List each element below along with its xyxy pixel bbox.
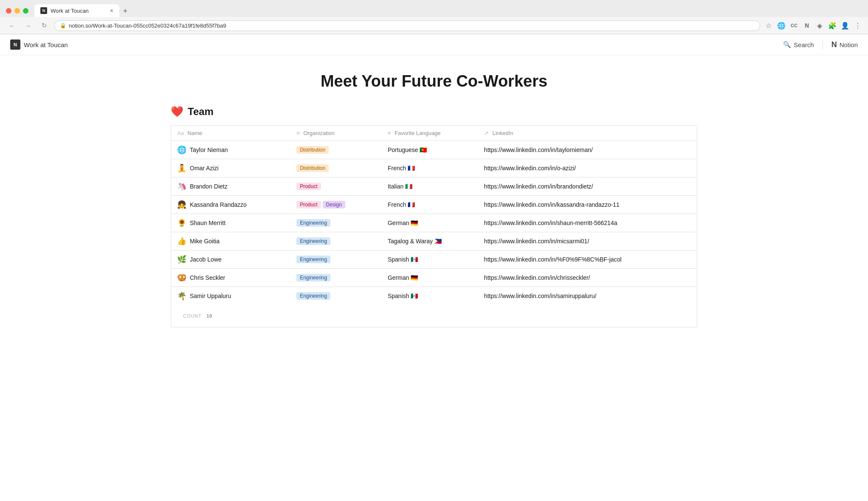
notion-button[interactable]: N Notion xyxy=(831,40,858,49)
table-row: 🌐Taylor NiemanDistributionPortuguese 🇵🇹h… xyxy=(171,141,697,159)
site-logo[interactable]: N Work at Toucan xyxy=(10,39,68,50)
star-icon[interactable]: ☆ xyxy=(764,21,773,30)
linkedin-link[interactable]: https://www.linkedin.com/in/brandondietz… xyxy=(484,183,645,190)
cell-linkedin[interactable]: https://www.linkedin.com/in/shaun-merrit… xyxy=(478,214,697,232)
linkedin-link[interactable]: https://www.linkedin.com/in/micsarmi01/ xyxy=(484,238,645,245)
notion-icon: N xyxy=(831,40,837,49)
browser-chrome: N Work at Toucan × + ← → ↻ 🔒 notion.so/W… xyxy=(0,0,868,34)
linkedin-col-icon: ↗ xyxy=(484,130,489,136)
cell-name: 🦄Brandon Dietz xyxy=(171,177,291,196)
org-tag: Distribution xyxy=(296,164,329,172)
notion-extension-icon[interactable]: N xyxy=(803,21,811,30)
linkedin-link[interactable]: https://www.linkedin.com/in/o-azizi/ xyxy=(484,165,645,172)
cell-linkedin[interactable]: https://www.linkedin.com/in/kassandra-ra… xyxy=(478,196,697,214)
traffic-light-close[interactable] xyxy=(6,8,11,14)
refresh-button[interactable]: ↻ xyxy=(38,20,50,31)
new-tab-button[interactable]: + xyxy=(119,5,131,17)
back-button[interactable]: ← xyxy=(6,20,18,31)
person-name: Chris Seckler xyxy=(190,274,225,281)
cc-extension-icon[interactable]: CC xyxy=(790,21,798,30)
person-emoji: 👧 xyxy=(177,200,186,209)
title-bar: N Work at Toucan × + xyxy=(0,0,868,17)
table-row: 🌿Jacob LoweEngineeringSpanish 🇲🇽https://… xyxy=(171,250,697,269)
cell-linkedin[interactable]: https://www.linkedin.com/in/chrisseckler… xyxy=(478,269,697,287)
cell-linkedin[interactable]: https://www.linkedin.com/in/samiruppalur… xyxy=(478,287,697,305)
col-linkedin-label: LinkedIn xyxy=(492,130,513,136)
cell-linkedin[interactable]: https://www.linkedin.com/in/taylornieman… xyxy=(478,141,697,159)
forward-button[interactable]: → xyxy=(22,20,34,31)
name-col-icon: Aa xyxy=(177,130,184,136)
cell-org: Engineering xyxy=(290,232,382,250)
table-row: 🧘Omar AziziDistributionFrench 🇫🇷https://… xyxy=(171,159,697,177)
globe-extension-icon[interactable]: 🌐 xyxy=(777,21,786,30)
header-divider xyxy=(823,40,823,49)
person-name: Omar Azizi xyxy=(190,165,219,172)
person-emoji: 🦄 xyxy=(177,182,186,191)
traffic-light-minimize[interactable] xyxy=(14,8,20,14)
cell-name: 🥨Chris Seckler xyxy=(171,269,291,287)
person-name: Taylor Nieman xyxy=(190,146,228,153)
cell-name: 🌴Samir Uppaluru xyxy=(171,287,291,305)
browser-tab[interactable]: N Work at Toucan × xyxy=(34,4,119,17)
person-emoji: 🥨 xyxy=(177,273,186,282)
table-row: 👧Kassandra RandazzoProductDesignFrench 🇫… xyxy=(171,196,697,214)
search-label: Search xyxy=(794,41,814,48)
person-emoji: 🌻 xyxy=(177,218,186,228)
org-tag: Engineering xyxy=(296,256,330,263)
cell-org: Distribution xyxy=(290,159,382,177)
section-heading: ❤️ Team xyxy=(171,106,697,118)
puzzle-extension-icon[interactable]: 🧩 xyxy=(828,21,837,30)
col-name-label: Name xyxy=(188,130,203,136)
cell-name: 👍Mike Goitia xyxy=(171,232,291,250)
person-emoji: 🌐 xyxy=(177,145,186,155)
cell-linkedin[interactable]: https://www.linkedin.com/in/brandondietz… xyxy=(478,177,697,196)
cell-language: German 🇩🇪 xyxy=(382,214,478,232)
cell-language: French 🇫🇷 xyxy=(382,159,478,177)
linkedin-link[interactable]: https://www.linkedin.com/in/kassandra-ra… xyxy=(484,201,645,208)
search-button[interactable]: 🔍 Search xyxy=(783,41,814,48)
header-actions: 🔍 Search N Notion xyxy=(783,40,858,49)
col-header-linkedin: ↗ LinkedIn xyxy=(478,126,697,141)
tab-close-button[interactable]: × xyxy=(110,7,113,14)
cell-linkedin[interactable]: https://www.linkedin.com/in/%F0%9F%8C%BF… xyxy=(478,250,697,269)
linkedin-link[interactable]: https://www.linkedin.com/in/%F0%9F%8C%BF… xyxy=(484,256,645,263)
traffic-light-maximize[interactable] xyxy=(23,8,28,14)
person-name: Kassandra Randazzo xyxy=(190,201,247,208)
org-tag: Engineering xyxy=(296,237,330,245)
linkedin-link[interactable]: https://www.linkedin.com/in/chrisseckler… xyxy=(484,274,645,281)
tab-title: Work at Toucan xyxy=(51,8,89,14)
table-row: 🌻Shaun MerrittEngineeringGerman 🇩🇪https:… xyxy=(171,214,697,232)
cell-name: 🌿Jacob Lowe xyxy=(171,250,291,269)
count-value: 10 xyxy=(206,313,212,318)
site-title: Work at Toucan xyxy=(24,41,68,48)
cell-language: French 🇫🇷 xyxy=(382,196,478,214)
linkedin-link[interactable]: https://www.linkedin.com/in/taylornieman… xyxy=(484,146,645,153)
address-bar[interactable]: 🔒 notion.so/Work-at-Toucan-055cc052e0324… xyxy=(54,20,760,31)
nav-extensions: ☆ 🌐 CC N ◈ 🧩 👤 ⋮ xyxy=(764,21,862,30)
org-tag: Product xyxy=(296,201,321,208)
user-extension-icon[interactable]: 👤 xyxy=(841,21,849,30)
more-button[interactable]: ⋮ xyxy=(854,21,862,30)
cell-org: Distribution xyxy=(290,141,382,159)
cell-linkedin[interactable]: https://www.linkedin.com/in/micsarmi01/ xyxy=(478,232,697,250)
table-row: 🥨Chris SecklerEngineeringGerman 🇩🇪https:… xyxy=(171,269,697,287)
team-table: Aa Name ≡ Organization ≡ Favorite Langua… xyxy=(171,125,697,327)
linkedin-link[interactable]: https://www.linkedin.com/in/samiruppalur… xyxy=(484,293,645,299)
cell-linkedin[interactable]: https://www.linkedin.com/in/o-azizi/ xyxy=(478,159,697,177)
page-title: Meet Your Future Co-Workers xyxy=(171,72,697,90)
table-header-row: Aa Name ≡ Organization ≡ Favorite Langua… xyxy=(171,126,697,141)
cell-name: 🌻Shaun Merritt xyxy=(171,214,291,232)
cell-language: Italian 🇮🇹 xyxy=(382,177,478,196)
person-name: Jacob Lowe xyxy=(190,256,222,263)
traffic-lights xyxy=(6,8,28,14)
url-text: notion.so/Work-at-Toucan-055cc052e0324c6… xyxy=(69,23,755,29)
cell-language: Spanish 🇲🇽 xyxy=(382,250,478,269)
linkedin-link[interactable]: https://www.linkedin.com/in/shaun-merrit… xyxy=(484,220,645,226)
page-content: Meet Your Future Co-Workers ❤️ Team Aa N… xyxy=(137,55,731,344)
dash-extension-icon[interactable]: ◈ xyxy=(815,21,824,30)
cell-org: Engineering xyxy=(290,287,382,305)
cell-org: Product xyxy=(290,177,382,196)
org-tag: Engineering xyxy=(296,292,330,300)
org-tag: Distribution xyxy=(296,146,329,154)
person-emoji: 🌿 xyxy=(177,255,186,264)
